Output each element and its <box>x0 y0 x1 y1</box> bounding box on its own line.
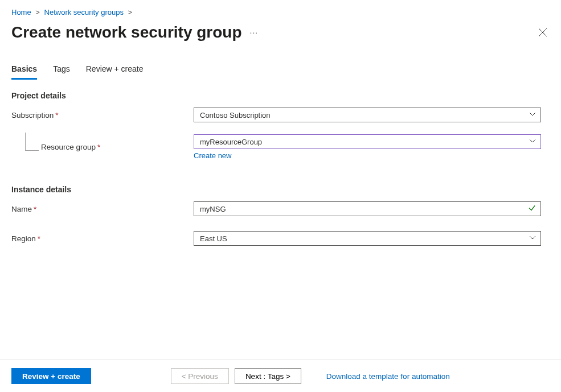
name-label: Name* <box>11 205 194 213</box>
tab-basics[interactable]: Basics <box>11 64 37 80</box>
check-icon <box>528 204 536 214</box>
create-new-resource-group-link[interactable]: Create new <box>194 151 231 160</box>
required-indicator: * <box>38 234 40 243</box>
name-value: myNSG <box>200 205 226 213</box>
chevron-down-icon <box>529 111 536 119</box>
region-value: East US <box>200 234 227 243</box>
project-details-heading: Project details <box>11 91 550 100</box>
required-indicator: * <box>55 111 58 119</box>
breadcrumb-home[interactable]: Home <box>11 8 31 16</box>
required-indicator: * <box>97 143 100 151</box>
subscription-value: Contoso Subscription <box>200 111 271 119</box>
subscription-select[interactable]: Contoso Subscription <box>194 108 541 122</box>
download-template-link[interactable]: Download a template for automation <box>326 372 450 381</box>
previous-button: < Previous <box>171 368 229 384</box>
breadcrumb: Home > Network security groups > <box>11 8 550 16</box>
next-button[interactable]: Next : Tags > <box>235 368 301 384</box>
tabs: Basics Tags Review + create <box>11 64 550 80</box>
tab-tags[interactable]: Tags <box>53 64 70 80</box>
chevron-down-icon <box>529 234 536 243</box>
region-select[interactable]: East US <box>194 231 541 246</box>
chevron-right-icon: > <box>35 8 40 16</box>
review-create-button[interactable]: Review + create <box>11 368 91 384</box>
tree-connector-icon <box>25 133 39 151</box>
resource-group-value: myResourceGroup <box>200 138 262 146</box>
chevron-right-icon: > <box>128 8 133 16</box>
tab-review-create[interactable]: Review + create <box>86 64 144 80</box>
more-options-button[interactable]: ··· <box>250 28 259 37</box>
page-title: Create network security group <box>11 23 242 42</box>
chevron-down-icon <box>529 138 536 146</box>
close-button[interactable] <box>536 26 550 39</box>
resource-group-label: Resource group* <box>11 143 194 151</box>
breadcrumb-nsg[interactable]: Network security groups <box>44 8 124 16</box>
subscription-label: Subscription* <box>11 111 194 119</box>
footer: Review + create < Previous Next : Tags >… <box>0 360 561 392</box>
required-indicator: * <box>34 205 36 213</box>
close-icon <box>538 28 547 37</box>
resource-group-select[interactable]: myResourceGroup <box>194 134 541 149</box>
region-label: Region* <box>11 234 194 243</box>
name-input[interactable]: myNSG <box>194 201 541 216</box>
instance-details-heading: Instance details <box>11 185 550 194</box>
